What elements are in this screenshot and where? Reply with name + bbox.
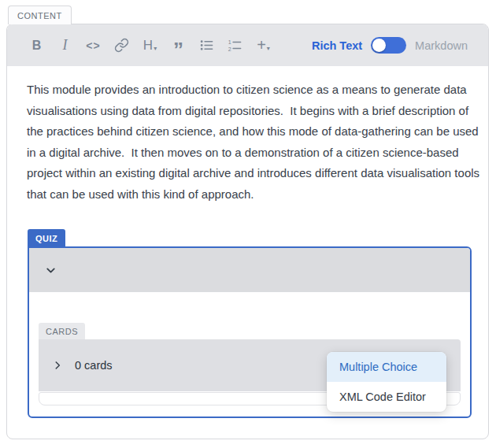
cards-component-tab: CARDS (39, 323, 85, 339)
editor-toolbar: B I <> H ▾ ” 1 2 (7, 24, 488, 66)
component-type-dropdown: Multiple Choice XML Code Editor (327, 352, 446, 412)
dropdown-item-xml-code-editor[interactable]: XML Code Editor (327, 382, 446, 412)
bullet-list-icon (199, 38, 214, 53)
ordered-list-button[interactable]: 1 2 (224, 35, 246, 56)
cards-count-label: 0 cards (75, 359, 113, 372)
module-description-paragraph[interactable]: This module provides an introduction to … (27, 80, 481, 205)
dropdown-item-multiple-choice[interactable]: Multiple Choice (327, 352, 446, 382)
heading-button[interactable]: H ▾ (139, 35, 161, 56)
link-button[interactable] (111, 35, 132, 56)
editor-mode-switch: Rich Text Markdown (312, 37, 468, 54)
tab-content[interactable]: CONTENT (8, 6, 72, 24)
mode-toggle[interactable] (371, 37, 406, 54)
ordered-list-icon: 1 2 (228, 38, 242, 53)
quiz-collapse-header[interactable] (29, 248, 470, 292)
bullet-list-button[interactable] (196, 35, 217, 56)
quiz-tab-label: QUIZ (35, 234, 57, 243)
plus-icon: + (257, 36, 266, 54)
quiz-component-tab: QUIZ (28, 229, 65, 248)
italic-button[interactable]: I (54, 35, 76, 56)
tab-content-label: CONTENT (17, 11, 62, 20)
heading-icon: H (143, 38, 153, 54)
cards-tab-label: CARDS (46, 327, 78, 336)
caret-down-icon: ▾ (267, 45, 270, 52)
link-icon (114, 38, 129, 53)
code-button[interactable]: <> (83, 35, 104, 56)
markdown-label[interactable]: Markdown (415, 39, 468, 52)
svg-text:2: 2 (228, 46, 231, 53)
chevron-right-icon (52, 360, 63, 371)
blockquote-button[interactable]: ” (168, 35, 189, 56)
insert-plus-button[interactable]: + ▾ (253, 35, 274, 56)
chevron-down-icon (44, 264, 57, 277)
rich-text-label[interactable]: Rich Text (312, 39, 362, 52)
bold-button[interactable]: B (26, 35, 47, 56)
toggle-knob (372, 39, 386, 52)
caret-down-icon: ▾ (154, 45, 157, 52)
svg-text:1: 1 (228, 39, 231, 46)
